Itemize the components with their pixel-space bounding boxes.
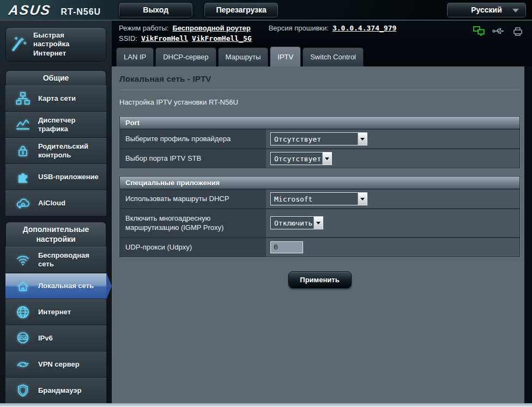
igmp-proxy-value: Отключить xyxy=(271,219,313,227)
igmp-proxy-select[interactable]: Отключить xyxy=(270,216,323,229)
magic-wand-icon xyxy=(10,35,28,53)
sidebar-item-label: AiCloud xyxy=(38,199,65,208)
table-row: Использовать маршруты DHCP Microsoft xyxy=(120,190,519,209)
globe-icon xyxy=(14,305,32,320)
sidebar-item-firewall[interactable]: Брандмауэр xyxy=(5,378,106,404)
network-map-icon xyxy=(14,91,32,106)
shield-icon xyxy=(14,383,32,398)
sidebar-item-traffic-manager[interactable]: Диспетчер трафика xyxy=(5,112,106,138)
tab-lan-ip[interactable]: LAN IP xyxy=(116,47,154,66)
sidebar-item-wan[interactable]: Интернет xyxy=(5,299,106,325)
tab-bar: LAN IP DHCP-сервер Маршруты IPTV Switch … xyxy=(112,45,532,66)
dropdown-arrow-icon[interactable] xyxy=(358,133,367,145)
cloud-icon xyxy=(14,196,32,211)
padlock-icon xyxy=(14,143,32,159)
sidebar-item-vpn[interactable]: VPN сервер xyxy=(5,351,106,378)
table-row: Выберите профиль провайдера Отсутствует xyxy=(120,130,519,149)
sidebar-item-network-map[interactable]: Карта сети xyxy=(5,86,106,112)
table-row: Выбор порта IPTV STB Отсутствует xyxy=(120,149,519,168)
iptv-settings-panel: Локальная сеть - IPTV Настройка IPTV уст… xyxy=(112,66,524,406)
operation-mode-link[interactable]: Беспроводной роутер xyxy=(172,24,250,32)
ssid-24g-link[interactable]: VikFromHell xyxy=(141,34,188,42)
iptv-stb-port-select[interactable]: Отсутствует xyxy=(270,152,332,165)
content-column: Режим работы: Беспроводной роутер Версия… xyxy=(112,21,532,406)
page-title: Локальная сеть - IPTV xyxy=(119,74,520,83)
sidebar-item-label: USB-приложение xyxy=(38,173,99,181)
svg-text:IPv6: IPv6 xyxy=(19,336,27,341)
router-model: RT-N56U xyxy=(61,7,101,17)
dropdown-arrow-icon[interactable] xyxy=(313,217,323,229)
infobar-line-1: Режим работы: Беспроводной роутер Версия… xyxy=(119,24,525,32)
sidebar-item-wireless[interactable]: Беспроводная сеть xyxy=(5,247,106,273)
tab-iptv[interactable]: IPTV xyxy=(270,46,301,66)
ipv6-globe-icon: IPv6 xyxy=(14,331,32,346)
bottom-strip xyxy=(0,403,532,407)
sidebar-item-parental-control[interactable]: Родительский контроль xyxy=(5,138,106,164)
tab-switch-control[interactable]: Switch Control xyxy=(303,47,364,66)
row-label: Включить многоадресную маршрутизацию (IG… xyxy=(120,209,266,237)
provider-profile-value: Отсутствует xyxy=(271,135,358,143)
ssid-5g-link[interactable]: VikFromHell_5G xyxy=(192,34,252,42)
router-admin-page: ASUS RT-N56U Выход Перезагрузка Русский … xyxy=(0,0,532,407)
dhcp-routes-value: Microsoft xyxy=(271,195,358,203)
puzzle-icon xyxy=(14,169,32,185)
asus-logo: ASUS xyxy=(8,2,52,18)
dropdown-arrow-icon[interactable] xyxy=(358,193,367,205)
udp-proxy-input[interactable] xyxy=(270,241,303,253)
row-control xyxy=(266,238,519,257)
language-label: Русский xyxy=(471,5,502,14)
header-buttons: Выход Перезагрузка xyxy=(118,2,279,18)
firmware-version-link[interactable]: 3.0.0.4.374_979 xyxy=(332,24,396,32)
brand-block: ASUS RT-N56U xyxy=(9,2,101,18)
page-subtitle: Настройка IPTV установки RT-N56U xyxy=(119,98,520,106)
row-control: Microsoft xyxy=(266,190,519,208)
section-port: Port Выберите профиль провайдера Отсутст… xyxy=(119,116,520,168)
group-header-advanced: Дополнительные настройки xyxy=(5,222,106,247)
usb-icon[interactable] xyxy=(492,27,505,35)
table-row: UDP-прокси (Udpxy) xyxy=(120,238,519,257)
language-select[interactable]: Русский xyxy=(446,2,527,18)
logout-button[interactable]: Выход xyxy=(118,2,193,18)
row-control: Отсутствует xyxy=(266,149,519,168)
dropdown-arrow-icon[interactable] xyxy=(322,153,331,165)
sidebar-item-ipv6[interactable]: IPv6 IPv6 xyxy=(5,325,106,351)
sidebar-item-label: Беспроводная сеть xyxy=(38,251,102,269)
sidebar: Быстрая настройка Интернет Общие Карта с… xyxy=(0,21,112,406)
apply-button[interactable]: Применить xyxy=(288,271,352,288)
row-control: Отсутствует xyxy=(266,130,519,148)
traffic-chart-icon xyxy=(14,117,32,132)
quick-setup-button[interactable]: Быстрая настройка Интернет xyxy=(5,27,106,62)
sidebar-item-label: Карта сети xyxy=(38,94,76,103)
nav-group-general: Общие Карта сети xyxy=(5,70,106,217)
dhcp-routes-select[interactable]: Microsoft xyxy=(270,192,367,205)
infobar-line-2: SSID: VikFromHell VikFromHell_5G xyxy=(119,34,525,42)
status-infobar: Режим работы: Беспроводной роутер Версия… xyxy=(112,21,532,45)
lan-status-icon[interactable] xyxy=(473,26,485,36)
row-control: Отключить xyxy=(266,209,519,237)
sidebar-item-label: Диспетчер трафика xyxy=(38,116,102,134)
table-row: Включить многоадресную маршрутизацию (IG… xyxy=(120,209,519,238)
sidebar-item-label: VPN сервер xyxy=(38,360,80,369)
sidebar-item-lan[interactable]: Локальная сеть xyxy=(5,273,106,299)
sidebar-item-label: Родительский контроль xyxy=(38,142,102,160)
status-icons xyxy=(473,26,523,36)
main-row: Быстрая настройка Интернет Общие Карта с… xyxy=(0,21,532,406)
sidebar-item-aicloud[interactable]: AiCloud xyxy=(5,190,106,216)
reboot-button[interactable]: Перезагрузка xyxy=(204,2,279,18)
apply-row: Применить xyxy=(119,265,520,288)
printer-icon[interactable] xyxy=(512,27,523,36)
sidebar-item-label: Брандмауэр xyxy=(38,386,81,395)
row-label: Использовать маршруты DHCP xyxy=(120,190,266,208)
sidebar-item-label: IPv6 xyxy=(38,334,53,343)
section-special-apps-header: Специальные приложения xyxy=(120,177,519,190)
provider-profile-select[interactable]: Отсутствует xyxy=(270,132,367,145)
tab-dhcp-server[interactable]: DHCP-сервер xyxy=(155,47,216,66)
top-header: ASUS RT-N56U Выход Перезагрузка Русский xyxy=(0,0,532,21)
ssid-label: SSID: xyxy=(119,34,137,42)
sidebar-item-usb-application[interactable]: USB-приложение xyxy=(5,164,106,190)
wifi-icon xyxy=(14,252,32,268)
home-icon xyxy=(14,278,32,294)
quick-setup-label: Быстрая настройка Интернет xyxy=(33,31,101,58)
title-divider xyxy=(119,90,520,90)
tab-routes[interactable]: Маршруты xyxy=(218,47,269,66)
